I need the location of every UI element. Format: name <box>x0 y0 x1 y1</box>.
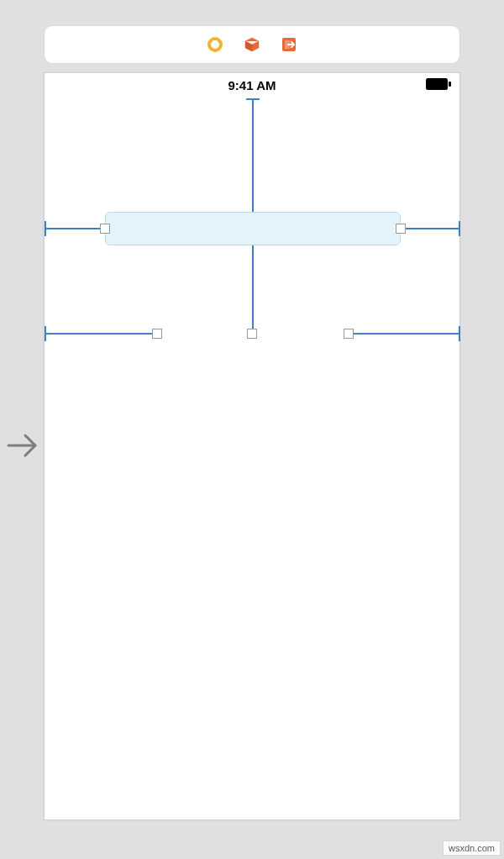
device-view[interactable]: 9:41 AM <box>44 72 460 820</box>
scene-toolbar <box>44 25 460 64</box>
watermark: wsxdn.com <box>443 841 501 856</box>
constraint-guide-left <box>45 228 105 229</box>
selection-handle[interactable] <box>100 224 110 234</box>
constraint-guide <box>45 333 155 335</box>
constraint-guide-vertical <box>252 245 254 334</box>
battery-icon <box>426 78 451 90</box>
selection-handle[interactable] <box>396 224 406 234</box>
storyboard-canvas[interactable]: 9:41 AM <box>44 25 460 820</box>
selected-text-field[interactable] <box>105 212 401 245</box>
constraint-guide <box>352 333 459 335</box>
cube-icon[interactable] <box>244 36 260 53</box>
constraint-guide-top <box>252 98 254 212</box>
svg-rect-4 <box>426 78 448 90</box>
selection-handle[interactable] <box>152 329 162 339</box>
exit-icon[interactable] <box>281 36 297 53</box>
status-bar: 9:41 AM <box>45 73 459 97</box>
svg-rect-5 <box>449 82 451 87</box>
constraint-cap <box>459 221 460 236</box>
constraint-cap <box>459 326 460 341</box>
status-time: 9:41 AM <box>228 78 276 92</box>
selection-handle[interactable] <box>247 329 257 339</box>
circle-icon[interactable] <box>207 36 223 53</box>
constraint-cap <box>45 326 46 341</box>
constraint-cap <box>246 98 260 100</box>
constraint-guide-right <box>401 228 459 229</box>
constraint-cap <box>45 221 46 236</box>
selection-handle[interactable] <box>344 329 354 339</box>
segue-arrow-icon <box>7 429 40 462</box>
svg-point-1 <box>209 39 221 50</box>
